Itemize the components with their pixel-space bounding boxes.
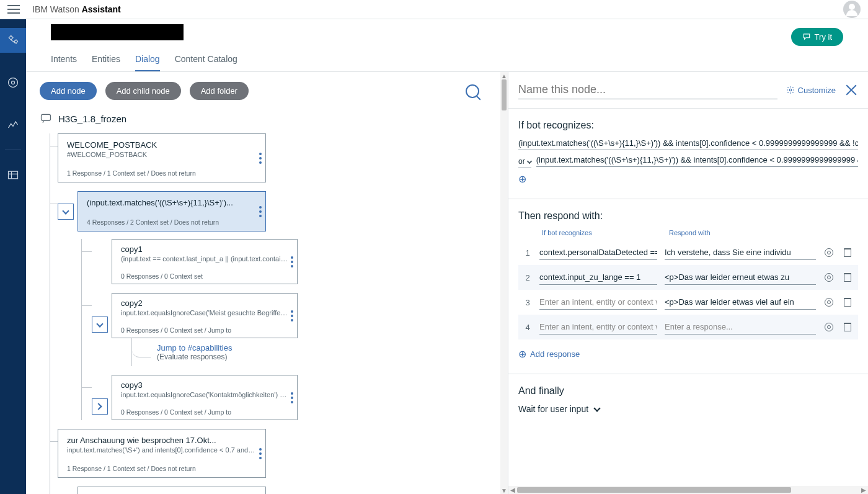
- tab-intents[interactable]: Intents: [51, 49, 77, 71]
- scroll-down-icon: ▼: [500, 487, 508, 494]
- node-meta: 0 Responses / 0 Context set: [121, 272, 288, 280]
- customize-button[interactable]: Customize: [786, 86, 836, 95]
- node-title: zur Anschauung wie besprochen 17.Okt...: [67, 436, 257, 445]
- add-child-node-button[interactable]: Add child node: [105, 82, 181, 100]
- search-icon[interactable]: [466, 84, 479, 98]
- dialog-node[interactable]: zur Anschauung wie besprochen 17.Okt... …: [58, 429, 266, 478]
- expand-icon[interactable]: [92, 398, 108, 415]
- row-number: 2: [523, 273, 532, 282]
- dialog-node[interactable]: intents[0].confidence < 0.5: [78, 487, 266, 494]
- node-title: copy1: [121, 245, 288, 254]
- svg-rect-2: [9, 171, 18, 179]
- dialog-node[interactable]: copy3 input.text.equalsIgnoreCase('Konta…: [112, 375, 298, 420]
- rail-deploy-icon[interactable]: [0, 70, 26, 95]
- gear-icon[interactable]: [823, 321, 835, 333]
- trash-icon[interactable]: [842, 247, 853, 258]
- node-meta: 0 Responses / 0 Context set / Jump to: [121, 326, 288, 334]
- add-node-button[interactable]: Add node: [40, 82, 97, 100]
- node-menu-icon[interactable]: [259, 153, 262, 164]
- trash-icon[interactable]: [842, 297, 853, 308]
- if-recognizes-input[interactable]: [539, 320, 657, 335]
- node-title: copy2: [121, 299, 288, 308]
- response-row: 4: [518, 315, 858, 339]
- condition-field[interactable]: (input.text.matches('((\S+\s+){11,}\S+)'…: [518, 138, 858, 150]
- node-name-input[interactable]: [518, 81, 777, 99]
- node-title: copy3: [121, 380, 288, 390]
- dialog-node[interactable]: copy2 input.text.equalsIgnoreCase('Meist…: [112, 293, 298, 338]
- node-condition: input.text.equalsIgnoreCase('Kontaktmögl…: [121, 391, 288, 398]
- trash-icon[interactable]: [842, 321, 853, 333]
- close-icon[interactable]: [844, 83, 858, 97]
- add-response-button[interactable]: ⊕Add response: [518, 348, 858, 360]
- condition-field[interactable]: (input.text.matches('((\S+\s+){11,}\S+)'…: [536, 155, 858, 167]
- respond-with-input[interactable]: [665, 320, 816, 335]
- rail-build-icon[interactable]: [0, 28, 26, 53]
- response-row: 2: [518, 265, 858, 290]
- node-menu-icon[interactable]: [259, 448, 262, 459]
- svg-point-1: [12, 81, 15, 84]
- user-avatar-icon[interactable]: [843, 1, 861, 18]
- assistant-name-redacted: [51, 24, 184, 40]
- if-recognizes-input[interactable]: [539, 270, 657, 285]
- menu-icon[interactable]: [7, 5, 20, 14]
- node-meta: 4 Responses / 2 Context set / Does not r…: [87, 218, 257, 226]
- scroll-up-icon: ▲: [500, 72, 508, 79]
- node-menu-icon[interactable]: [291, 256, 293, 267]
- dialog-node-selected[interactable]: (input.text.matches('((\S+\s+){11,}\S+)'…: [78, 191, 266, 231]
- dialog-node[interactable]: WELCOME_POSTBACK #WELCOME_POSTBACK 1 Res…: [58, 133, 266, 182]
- response-row: 1: [518, 240, 858, 265]
- and-finally-label: And finally: [518, 385, 858, 397]
- rail-catalog-icon[interactable]: [0, 163, 26, 187]
- or-connector[interactable]: or: [518, 155, 531, 168]
- if-recognizes-input[interactable]: [539, 245, 657, 260]
- node-condition: input.text.equalsIgnoreCase('Meist gesuc…: [121, 309, 288, 317]
- add-condition-icon[interactable]: ⊕: [518, 173, 858, 185]
- tab-content-catalog[interactable]: Content Catalog: [175, 49, 237, 71]
- if-recognizes-input[interactable]: [539, 295, 657, 310]
- trash-icon[interactable]: [842, 272, 853, 283]
- dialog-root: H3G_1.8_frozen: [40, 112, 500, 125]
- col-if-recognizes: If bot recognizes: [542, 229, 669, 236]
- jump-to-sub: (Evaluate responses): [157, 353, 500, 361]
- svg-point-0: [9, 78, 18, 88]
- node-condition: input.text.matches('\S+') and intents[0]…: [67, 446, 257, 454]
- left-rail: [0, 19, 26, 494]
- respond-with-input[interactable]: [665, 295, 816, 310]
- node-menu-icon[interactable]: [291, 392, 293, 403]
- rail-improve-icon[interactable]: [0, 112, 26, 137]
- product-brand: IBM Watson Assistant: [32, 4, 121, 14]
- try-it-button[interactable]: Try it: [791, 28, 843, 46]
- tree-scrollbar[interactable]: ▲ ▼: [500, 72, 508, 494]
- root-name: H3G_1.8_frozen: [58, 114, 126, 124]
- node-menu-icon[interactable]: [291, 310, 293, 321]
- col-respond-with: Respond with: [669, 229, 853, 236]
- node-title: (input.text.matches('((\S+\s+){11,}\S+)'…: [87, 198, 257, 207]
- row-number: 4: [523, 323, 532, 332]
- chevron-down-icon[interactable]: [593, 405, 600, 411]
- node-meta: 0 Responses / 0 Context set / Jump to: [121, 408, 288, 416]
- collapse-icon[interactable]: [92, 317, 108, 333]
- respond-with-input[interactable]: [665, 270, 816, 285]
- jump-to-link[interactable]: Jump to #capabilities: [157, 343, 500, 353]
- add-folder-button[interactable]: Add folder: [190, 82, 249, 100]
- svg-rect-3: [42, 114, 51, 120]
- gear-icon[interactable]: [823, 247, 835, 258]
- row-number: 3: [523, 298, 532, 307]
- dialog-node[interactable]: copy1 (input.text == context.last_input_…: [112, 239, 298, 284]
- then-respond-label: Then respond with:: [518, 210, 858, 222]
- editor-h-scrollbar[interactable]: ◀▶: [508, 486, 868, 494]
- if-bot-recognizes-label: If bot recognizes:: [518, 120, 858, 131]
- gear-icon[interactable]: [823, 297, 835, 308]
- collapse-icon[interactable]: [58, 204, 74, 220]
- node-condition: (input.text == context.last_input_a || (…: [121, 255, 288, 263]
- gear-icon[interactable]: [823, 272, 835, 283]
- response-row: 3: [518, 290, 858, 315]
- node-menu-icon[interactable]: [259, 206, 262, 217]
- app-topbar: IBM Watson Assistant: [0, 0, 868, 19]
- respond-with-input[interactable]: [665, 245, 816, 260]
- row-number: 1: [523, 248, 532, 258]
- tab-dialog[interactable]: Dialog: [135, 49, 160, 71]
- node-meta: 1 Response / 1 Context set / Does not re…: [67, 169, 257, 177]
- finally-action[interactable]: Wait for user input: [518, 404, 588, 414]
- tab-entities[interactable]: Entities: [92, 49, 120, 71]
